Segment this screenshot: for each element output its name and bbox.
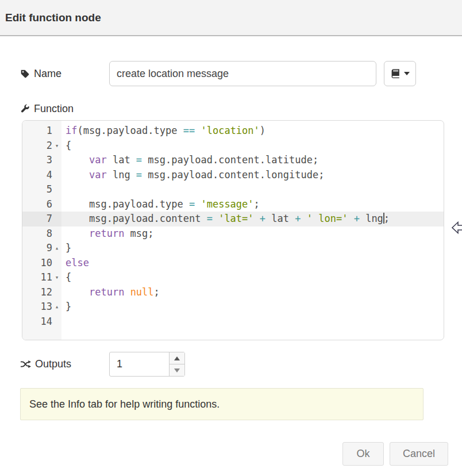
line-number: 5 — [22, 182, 61, 197]
spinner-down-icon — [174, 368, 180, 373]
line-number: 9▴ — [22, 241, 61, 256]
cancel-button[interactable]: Cancel — [390, 442, 448, 466]
spinner-up-button[interactable] — [170, 352, 184, 364]
name-row: Name — [20, 61, 462, 86]
code-line: 3 var lat = msg.payload.content.latitude… — [22, 153, 444, 168]
name-label: Name — [20, 68, 109, 80]
code-line-text: var lat = msg.payload.content.latitude; — [61, 153, 444, 168]
info-message: See the Info tab for help writing functi… — [20, 388, 424, 420]
code-line-text: { — [61, 270, 444, 285]
function-label: Function — [20, 103, 109, 115]
code-editor[interactable]: 1if(msg.payload.type == 'location')2▾{3 … — [22, 120, 444, 340]
code-line-text: var lng = msg.payload.content.longitude; — [61, 168, 444, 183]
line-number: 11▾ — [22, 270, 61, 285]
code-line-text: if(msg.payload.type == 'location') — [61, 124, 444, 139]
function-label-text: Function — [34, 103, 74, 115]
fold-open-icon[interactable]: ▾ — [52, 139, 61, 153]
ok-button[interactable]: Ok — [342, 442, 384, 466]
code-line: 11▾{ — [22, 270, 444, 285]
code-line: 6 msg.payload.type = 'message'; — [22, 197, 444, 212]
outputs-label-text: Outputs — [35, 358, 71, 370]
code-line: 13▴} — [22, 300, 444, 314]
code-line-text: msg.payload.type = 'message'; — [61, 197, 444, 212]
library-button[interactable] — [384, 61, 416, 86]
code-line: 10else — [22, 256, 444, 271]
code-line: 4 var lng = msg.payload.content.longitud… — [22, 168, 444, 183]
outputs-row: Outputs — [20, 352, 462, 377]
wrench-icon — [20, 104, 30, 114]
line-number: 7 — [22, 212, 61, 227]
fold-close-icon[interactable]: ▴ — [52, 300, 61, 314]
info-message-text: See the Info tab for help writing functi… — [29, 398, 220, 410]
fold-open-icon[interactable]: ▾ — [52, 270, 61, 285]
line-number: 2▾ — [22, 139, 61, 153]
library-book-icon — [391, 68, 401, 79]
name-input[interactable] — [109, 61, 376, 86]
dialog-title: Edit function node — [5, 11, 101, 24]
code-line: 14 — [22, 314, 444, 329]
chevron-down-icon — [404, 72, 410, 75]
name-label-text: Name — [34, 68, 61, 80]
line-number: 14 — [22, 314, 61, 329]
code-line-text: msg.payload.content = 'lat=' + lat + ' l… — [61, 212, 444, 227]
code-line-text: { — [61, 139, 444, 153]
function-label-row: Function — [20, 103, 462, 115]
outputs-label: Outputs — [20, 358, 109, 370]
line-number: 1 — [22, 124, 61, 139]
line-number: 12 — [22, 285, 61, 300]
code-line: 9▴} — [22, 241, 444, 256]
line-number: 3 — [22, 153, 61, 168]
outputs-spinner — [109, 352, 185, 377]
code-line: 12 return null; — [22, 285, 444, 300]
code-line: 7 msg.payload.content = 'lat=' + lat + '… — [22, 212, 444, 227]
code-line: 5 — [22, 182, 444, 197]
code-line-text — [61, 314, 444, 329]
line-number: 10 — [22, 256, 61, 271]
line-number: 6 — [22, 197, 61, 212]
dialog-footer: Ok Cancel — [342, 442, 448, 466]
code-line-text: } — [61, 300, 444, 314]
tag-icon — [20, 69, 30, 79]
shuffle-icon — [20, 360, 31, 368]
code-line-text: else — [61, 256, 444, 271]
spinner-down-button[interactable] — [170, 364, 184, 376]
code-line: 1if(msg.payload.type == 'location') — [22, 124, 444, 139]
dialog-header: Edit function node — [0, 0, 462, 36]
edit-function-node-dialog: Edit function node Name — [0, 0, 462, 476]
code-line-text: } — [61, 241, 444, 256]
line-number: 8 — [22, 227, 61, 241]
code-line: 2▾{ — [22, 139, 444, 153]
line-number: 4 — [22, 168, 61, 183]
line-number: 13▴ — [22, 300, 61, 314]
code-line-text: return msg; — [61, 227, 444, 241]
code-line-text: return null; — [61, 285, 444, 300]
spinner-up-icon — [174, 356, 180, 360]
code-line: 8 return msg; — [22, 227, 444, 241]
fold-close-icon[interactable]: ▴ — [52, 241, 61, 256]
code-line-text — [61, 182, 444, 197]
